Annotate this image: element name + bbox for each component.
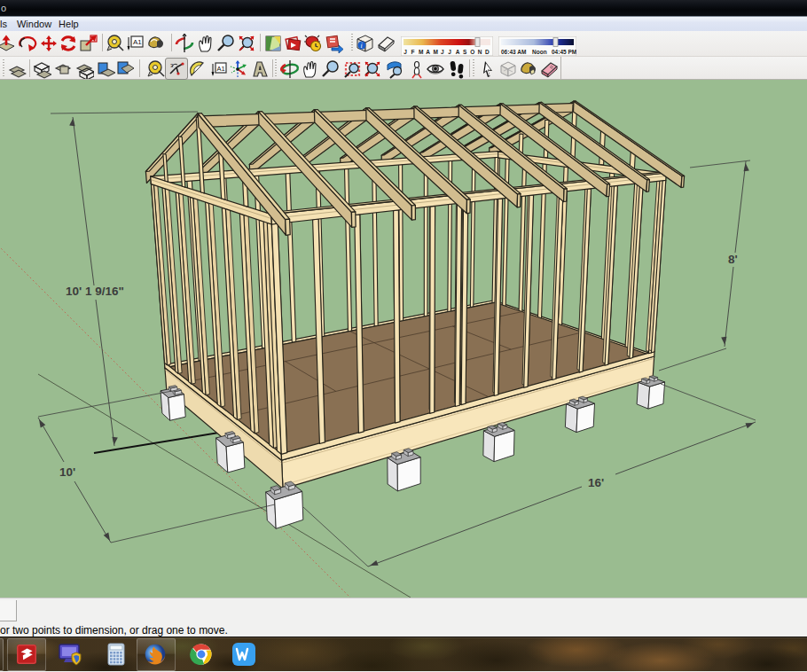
svg-text:A: A <box>456 49 460 55</box>
svg-text:F: F <box>411 49 415 55</box>
svg-text:8': 8' <box>728 253 738 266</box>
svg-text:Noon: Noon <box>532 49 547 55</box>
svg-text:J: J <box>448 49 451 55</box>
svg-text:J: J <box>404 49 407 55</box>
svg-text:10' 1 9/16": 10' 1 9/16" <box>66 285 124 298</box>
svg-text:J: J <box>441 49 444 55</box>
svg-text:M: M <box>419 49 423 55</box>
svg-text:10': 10' <box>59 465 75 479</box>
svg-text:A: A <box>426 49 430 55</box>
svg-text:N: N <box>478 49 482 55</box>
svg-text:i: i <box>361 42 363 50</box>
svg-text:A1: A1 <box>133 38 142 46</box>
svg-text:M: M <box>434 49 438 55</box>
svg-text:A1: A1 <box>217 65 225 73</box>
svg-text:S: S <box>463 49 467 55</box>
svg-text:3: 3 <box>170 63 174 68</box>
svg-text:04:45 PM: 04:45 PM <box>552 49 576 55</box>
svg-text:06:43 AM: 06:43 AM <box>501 49 526 55</box>
svg-text:O: O <box>470 49 474 55</box>
svg-text:16': 16' <box>588 476 604 489</box>
svg-text:D: D <box>485 49 490 55</box>
